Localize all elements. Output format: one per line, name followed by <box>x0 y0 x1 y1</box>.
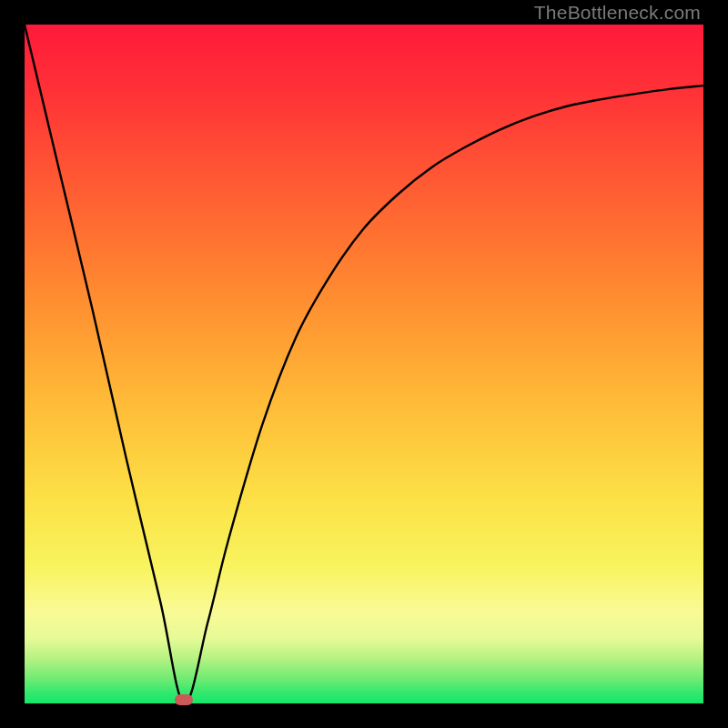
watermark-text: TheBottleneck.com <box>534 2 701 24</box>
chart-frame <box>25 25 703 703</box>
bottleneck-curve <box>25 25 703 703</box>
curve-path <box>25 25 703 703</box>
minimum-marker <box>175 694 193 705</box>
